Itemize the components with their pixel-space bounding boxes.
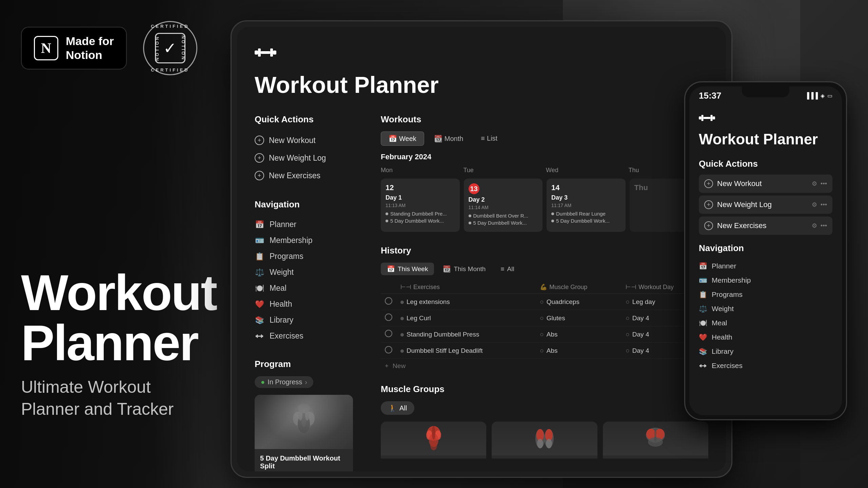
row-checkbox[interactable]	[385, 297, 392, 305]
certified-top-text: CERTIFIED	[151, 24, 190, 29]
nav-weight[interactable]: ⚖️ Weight	[255, 264, 363, 280]
program-card-body: 5 Day Dumbbell Workout Split Program req…	[255, 449, 353, 471]
program-status-text: In Progress	[268, 378, 302, 386]
made-for-notion-badge[interactable]: N Made for Notion	[21, 27, 127, 69]
notion-badge-text: Made for Notion	[66, 34, 114, 62]
cal-day-12[interactable]: 12 Day 1 11:13 AM Standing Dumbbell Pre.…	[381, 179, 460, 232]
nav-membership[interactable]: 🪪 Membership	[255, 232, 363, 248]
phone-nav-meal-label: Meal	[712, 319, 727, 327]
phone-action-new-workout[interactable]: + New Workout ⚙ •••	[699, 175, 832, 193]
muscle-card-lower-back[interactable]: Lower Back	[381, 422, 486, 459]
history-section: History 📅 This Week 📆 This Month ≡ All	[381, 245, 708, 373]
phone-app-title: Workout Planner	[699, 131, 832, 148]
muscle-all-button[interactable]: 🚶 All	[381, 401, 414, 415]
add-icon: +	[385, 362, 389, 370]
muscle-biceps-image	[492, 422, 597, 455]
exercise-name: Dumbbell Stiff Leg Deadlift	[407, 347, 483, 354]
muscle-groups-title: Muscle Groups	[381, 384, 708, 394]
history-tab-month[interactable]: 📆 This Month	[437, 263, 492, 275]
cal-day-13[interactable]: 13 Day 2 11:14 AM Dumbbell Bent Over R..…	[464, 179, 543, 232]
phone-nav-weight[interactable]: ⚖️ Weight	[699, 302, 832, 316]
svg-rect-1	[258, 48, 261, 57]
nav-programs-icon: 📋	[255, 252, 264, 261]
table-row[interactable]: Dumbbell Stiff Leg Deadlift ○Abs ○Day 4	[381, 343, 708, 359]
svg-point-26	[537, 439, 543, 448]
history-tab-week[interactable]: 📅 This Week	[381, 263, 434, 275]
phone-settings-icon-3: ⚙	[812, 222, 817, 229]
exercise-name: Leg Curl	[407, 314, 431, 322]
table-row[interactable]: Leg Curl ○Glutes ○Day 4	[381, 310, 708, 326]
svg-rect-2	[261, 51, 270, 54]
nav-meal[interactable]: 🍽️ Meal	[255, 280, 363, 296]
phone-action-new-weight[interactable]: + New Weight Log ⚙ •••	[699, 196, 832, 214]
cal-date-12: 12	[386, 183, 455, 192]
left-column: Quick Actions + New Workout + New Weight…	[255, 114, 363, 459]
certified-checkmark: ✓	[163, 40, 177, 56]
hero-title: Workout Planner	[21, 268, 216, 368]
col-exercises[interactable]: ⊢⊣Exercises	[396, 281, 536, 294]
hero-subtitle: Ultimate Workout Planner and Tracker	[21, 376, 216, 420]
phone-nav-health[interactable]: ❤️ Health	[699, 330, 832, 344]
nav-health[interactable]: ❤️ Health	[255, 296, 363, 312]
svg-rect-50	[711, 115, 713, 121]
action-new-workout[interactable]: + New Workout	[255, 131, 363, 149]
history-title: History	[381, 245, 708, 256]
nav-meal-label: Meal	[270, 284, 287, 293]
exercise-name: Standing Dumbbell Press	[407, 331, 479, 338]
add-label: New	[393, 362, 406, 370]
workout-day: Day 4	[632, 347, 649, 354]
table-row[interactable]: Standing Dumbbell Press ○Abs ○Day 4	[381, 326, 708, 343]
workout-day: Day 4	[632, 331, 649, 338]
tab-week[interactable]: 📅Week	[381, 131, 424, 146]
phone-nav-programs[interactable]: 📋 Programs	[699, 287, 832, 302]
svg-rect-51	[713, 117, 715, 120]
nav-exercises[interactable]: Exercises	[255, 328, 363, 344]
action-new-weight-log[interactable]: + New Weight Log	[255, 149, 363, 167]
phone-nav-programs-label: Programs	[712, 290, 743, 299]
program-card[interactable]: 5 Day Dumbbell Workout Split Program req…	[255, 395, 353, 471]
tab-month[interactable]: 📆Month	[426, 131, 471, 146]
phone-action-icons-2: ⚙ •••	[812, 201, 827, 208]
phone-new-weight-label: New Weight Log	[717, 200, 772, 209]
phone-nav-weight-label: Weight	[712, 305, 734, 313]
phone-nav-health-label: Health	[712, 333, 732, 341]
muscle-card-biceps[interactable]: Biceps	[492, 422, 597, 459]
svg-point-23	[432, 426, 435, 440]
row-checkbox[interactable]	[385, 330, 392, 337]
col-muscle-group[interactable]: 💪Muscle Group	[536, 281, 622, 294]
muscle-name: Quadriceps	[547, 298, 579, 305]
table-row[interactable]: Leg extensions ○Quadriceps ○Leg day	[381, 294, 708, 310]
action-plus-icon-3: +	[255, 171, 264, 180]
all-label: All	[399, 404, 407, 412]
phone-nav-planner-label: Planner	[712, 262, 736, 270]
row-checkbox[interactable]	[385, 313, 392, 321]
history-tab-all[interactable]: ≡ All	[494, 263, 520, 275]
phone-action-new-exercises[interactable]: + New Exercises ⚙ •••	[699, 217, 832, 235]
phone-nav-library[interactable]: 📚 Library	[699, 344, 832, 359]
svg-rect-47	[699, 117, 702, 120]
signal-icon: ▐▐▐	[805, 92, 818, 99]
program-status-badge: ● In Progress ›	[255, 376, 313, 388]
row-checkbox[interactable]	[385, 346, 392, 353]
nav-programs[interactable]: 📋 Programs	[255, 248, 363, 264]
cal-day-14[interactable]: 14 Day 3 11:17 AM Dumbbell Rear Lunge 5 …	[547, 179, 626, 232]
phone-nav-exercises[interactable]: Exercises	[699, 359, 832, 373]
nav-planner[interactable]: 📅 Planner	[255, 217, 363, 232]
phone-nav-planner[interactable]: 📅 Planner	[699, 259, 832, 273]
phone-nav-membership[interactable]: 🪪 Membership	[699, 273, 832, 287]
workout-day: Leg day	[632, 298, 655, 305]
calendar-grid: 12 Day 1 11:13 AM Standing Dumbbell Pre.…	[381, 179, 708, 232]
svg-point-14	[301, 407, 307, 427]
muscle-card-chest[interactable]: Chest	[603, 422, 708, 459]
muscle-groups-section: Muscle Groups 🚶 All	[381, 384, 708, 459]
phone-dots-icon-2: •••	[821, 201, 827, 208]
action-new-exercises[interactable]: + New Exercises	[255, 167, 363, 184]
add-new-row[interactable]: + New	[381, 359, 708, 373]
phone-nav-library-label: Library	[712, 347, 733, 355]
certified-bottom-text: CERTIFIED	[151, 67, 190, 73]
nav-library[interactable]: 📚 Library	[255, 312, 363, 328]
phone-nav-meal[interactable]: 🍽️ Meal	[699, 316, 832, 330]
history-tab-bar: 📅 This Week 📆 This Month ≡ All	[381, 263, 708, 275]
svg-rect-3	[270, 48, 273, 57]
tab-list[interactable]: ≡List	[473, 131, 505, 146]
